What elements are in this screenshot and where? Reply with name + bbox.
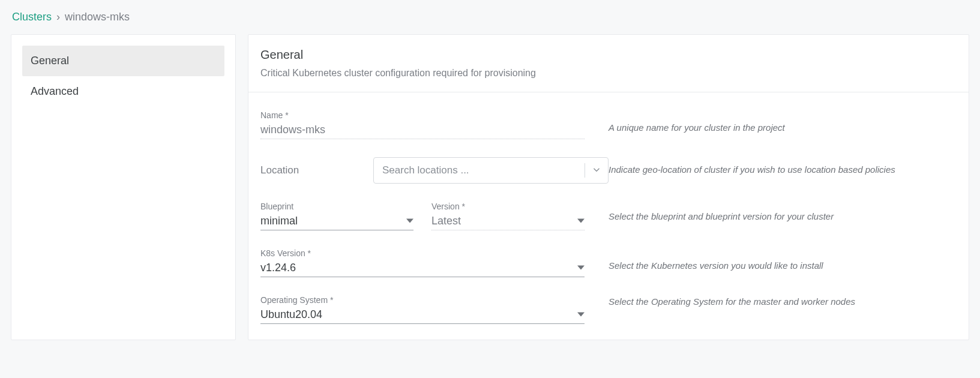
os-value: Ubuntu20.04 — [260, 308, 577, 321]
k8s-help: Select the Kubernetes version you would … — [609, 248, 957, 271]
os-label: Operating System * — [260, 295, 585, 305]
version-label: Version * — [431, 202, 585, 211]
panel-title: General — [260, 48, 957, 62]
location-help: Indicate geo-location of cluster if you … — [609, 157, 957, 175]
version-select[interactable]: Latest — [431, 214, 585, 230]
os-select[interactable]: Ubuntu20.04 — [260, 307, 585, 324]
searchbox-divider — [585, 163, 585, 178]
name-help: A unique name for your cluster in the pr… — [609, 110, 957, 133]
blueprint-value: minimal — [260, 215, 406, 227]
row-k8s: K8s Version * v1.24.6 Select the Kuberne… — [260, 248, 957, 277]
os-help: Select the Operating System for the mast… — [609, 295, 957, 307]
location-label: Location — [260, 164, 355, 176]
breadcrumb: Clusters › windows-mks — [11, 11, 969, 23]
blueprint-select[interactable]: minimal — [260, 214, 413, 230]
sidebar-item-advanced[interactable]: Advanced — [22, 76, 224, 107]
panel-subtitle: Critical Kubernetes cluster configuratio… — [260, 68, 957, 79]
caret-down-icon — [577, 310, 585, 320]
caret-down-icon — [406, 217, 413, 226]
chevron-down-icon[interactable] — [591, 164, 602, 177]
row-os: Operating System * Ubuntu20.04 Select th… — [260, 295, 957, 324]
panel-header: General Critical Kubernetes cluster conf… — [248, 35, 969, 92]
breadcrumb-separator: › — [56, 11, 60, 23]
name-input[interactable] — [260, 122, 585, 139]
caret-down-icon — [577, 217, 585, 226]
sidebar-item-general[interactable]: General — [22, 46, 224, 76]
row-name: Name * A unique name for your cluster in… — [260, 110, 957, 139]
blueprint-label: Blueprint — [260, 202, 413, 211]
version-value: Latest — [431, 215, 577, 227]
panel-body: Name * A unique name for your cluster in… — [248, 92, 969, 340]
sidebar: General Advanced — [11, 34, 236, 340]
sidebar-item-label: General — [31, 55, 69, 67]
row-location: Location Indicate geo-location of cluste… — [260, 157, 957, 184]
row-blueprint: Blueprint minimal Version * Latest — [260, 202, 957, 230]
k8s-select[interactable]: v1.24.6 — [260, 260, 585, 277]
blueprint-help: Select the blueprint and blueprint versi… — [609, 202, 957, 221]
k8s-value: v1.24.6 — [260, 262, 577, 274]
breadcrumb-current: windows-mks — [65, 11, 130, 23]
caret-down-icon — [577, 263, 585, 273]
sidebar-item-label: Advanced — [31, 85, 79, 97]
location-search-input[interactable] — [382, 164, 579, 176]
location-searchbox[interactable] — [373, 157, 609, 184]
name-label: Name * — [260, 110, 585, 120]
main-panel: General Critical Kubernetes cluster conf… — [248, 34, 969, 340]
breadcrumb-root-link[interactable]: Clusters — [12, 11, 52, 23]
k8s-label: K8s Version * — [260, 248, 585, 258]
